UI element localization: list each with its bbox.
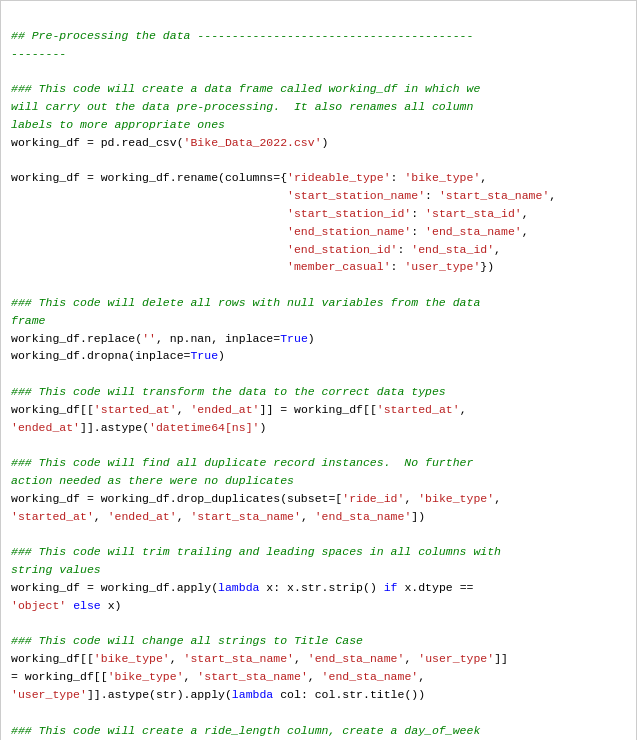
section7-comment: ### This code will change all strings to…: [11, 634, 363, 647]
section1-comment: ### This code will create a data frame c…: [11, 82, 480, 131]
section4-comment: ### This code will transform the data to…: [11, 385, 446, 398]
section3-comment: ### This code will delete all rows with …: [11, 296, 480, 327]
section5-code: working_df = working_df.drop_duplicates(…: [11, 492, 501, 523]
code-editor: ## Pre-processing the data -------------…: [0, 0, 637, 740]
section5-comment: ### This code will find all duplicate re…: [11, 456, 473, 487]
code-content: ## Pre-processing the data -------------…: [11, 9, 626, 740]
section3-code: working_df.replace('', np.nan, inplace=T…: [11, 332, 315, 363]
section7-code: working_df[['bike_type', 'start_sta_name…: [11, 652, 508, 701]
header-comment: ## Pre-processing the data -------------…: [11, 29, 473, 60]
section1-code: working_df = pd.read_csv('Bike_Data_2022…: [11, 136, 328, 149]
section6-code: working_df = working_df.apply(lambda x: …: [11, 581, 473, 612]
section8-comment: ### This code will create a ride_length …: [11, 724, 480, 741]
section6-comment: ### This code will trim trailing and lea…: [11, 545, 501, 576]
section4-code: working_df[['started_at', 'ended_at']] =…: [11, 403, 467, 434]
section2-code: working_df = working_df.rename(columns={…: [11, 171, 556, 273]
